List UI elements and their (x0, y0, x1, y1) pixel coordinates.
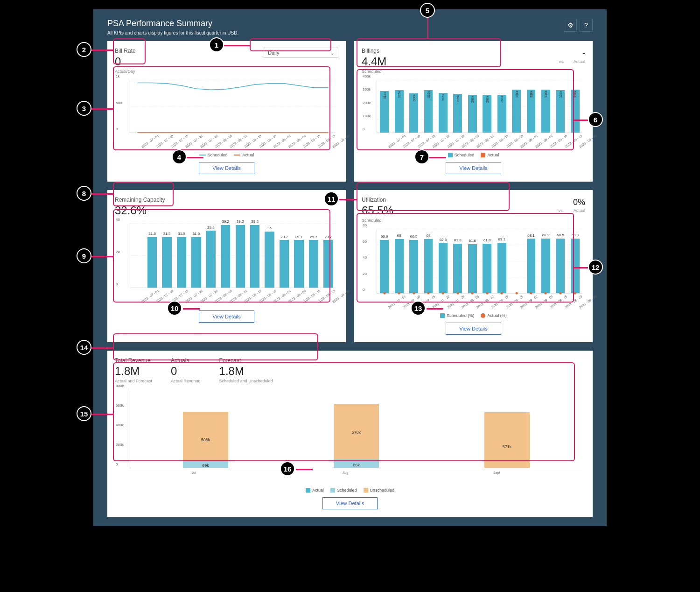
utilization-chart: 66.66866.56862.861.861.661.863.168.168.2… (362, 227, 585, 311)
revenue-card: Total Revenue 1.8M Actual and Forecast A… (107, 351, 593, 517)
billings-value: 4.4M (362, 55, 386, 68)
settings-button[interactable]: ⚙ (564, 19, 577, 32)
billings-actual-value: - (574, 49, 585, 58)
utilization-value: 65.5% (362, 204, 393, 217)
billings-legend: Scheduled Actual (362, 153, 585, 157)
utilization-view-details-button[interactable]: View Details (446, 323, 501, 335)
revenue-chart: 69k508k86k570k571k0200k400k600k800kJulAu… (115, 388, 585, 486)
utilization-sub: Scheduled (362, 218, 393, 223)
billings-card: Billings 4.4M Scheduled vs. - Actual 318… (354, 41, 593, 182)
remaining-capacity-chart: 31.531.531.531.535.539.239.239.23529.729… (115, 222, 338, 306)
revenue-forecast-value: 1.8M (219, 365, 273, 378)
billings-sub: Scheduled (362, 69, 386, 74)
remaining-capacity-label: Remaining Capacity (115, 197, 338, 203)
chevron-down-icon: ⌄ (330, 50, 334, 56)
revenue-legend: Actual Scheduled Unscheduled (115, 488, 585, 493)
page-subtitle: All KPIs and charts display figures for … (107, 30, 238, 35)
utilization-actual-value: 0% (573, 197, 585, 207)
revenue-actuals-label: Actuals (171, 357, 201, 364)
billings-actual-sub: Actual (574, 59, 585, 64)
billings-label: Billings (362, 48, 386, 54)
bill-rate-view-details-button[interactable]: View Details (199, 162, 254, 174)
utilization-legend: Scheduled (%) Actual (%) (362, 313, 585, 318)
revenue-sub: Actual and Forecast (115, 379, 152, 383)
bill-rate-label: Bill Rate (115, 48, 136, 54)
bill-rate-legend: Scheduled Actual (115, 153, 338, 157)
bill-rate-value: 0 (115, 55, 136, 68)
utilization-card: Utilization 65.5% Scheduled vs. 0% Actua… (354, 190, 593, 342)
bill-rate-card: Bill Rate 0 Actual/Day Daily ⌄ 05001k202… (107, 41, 346, 182)
revenue-value: 1.8M (115, 365, 152, 378)
billings-view-details-button[interactable]: View Details (446, 162, 501, 174)
revenue-view-details-button[interactable]: View Details (322, 497, 378, 509)
revenue-actuals-sub: Actual Revenue (171, 379, 201, 383)
help-button[interactable]: ? (580, 19, 593, 32)
bill-rate-sub: Actual/Day (115, 69, 136, 74)
revenue-label: Total Revenue (115, 357, 152, 364)
dashboard-frame: PSA Performance Summary All KPIs and cha… (93, 9, 607, 526)
utilization-actual-sub: Actual (573, 208, 585, 213)
remaining-capacity-card: Remaining Capacity 32.6% 31.531.531.531.… (107, 190, 346, 342)
billings-chart: 318k325k300k325k305k295k290k290k290k330k… (362, 78, 585, 151)
page-title: PSA Performance Summary (107, 19, 238, 28)
remaining-capacity-value: 32.6% (115, 204, 338, 217)
page-header: PSA Performance Summary All KPIs and cha… (107, 19, 593, 35)
revenue-forecast-label: Forecast (219, 357, 273, 364)
revenue-actuals-value: 0 (171, 365, 201, 378)
utilization-label: Utilization (362, 197, 393, 203)
gear-icon: ⚙ (567, 21, 574, 29)
bill-rate-granularity-select[interactable]: Daily ⌄ (264, 48, 338, 58)
remaining-capacity-view-details-button[interactable]: View Details (199, 310, 254, 323)
bill-rate-chart: 05001k2023 - 07 - 012023 - 07 - 082023 -… (115, 78, 338, 151)
revenue-forecast-sub: Scheduled and Unscheduled (219, 379, 273, 383)
help-icon: ? (584, 21, 588, 29)
